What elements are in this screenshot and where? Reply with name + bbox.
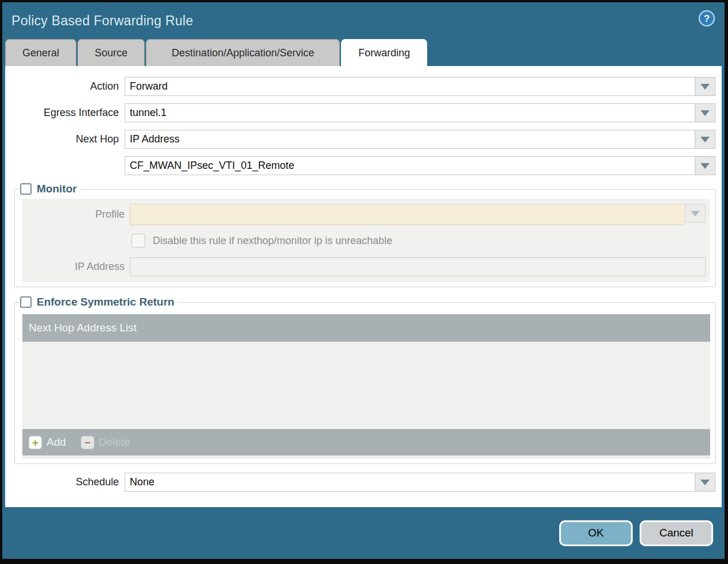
plus-icon: + bbox=[29, 436, 42, 449]
next-hop-row: Next Hop bbox=[5, 130, 722, 149]
egress-interface-label: Egress Interface bbox=[5, 107, 119, 119]
dialog-title: Policy Based Forwarding Rule bbox=[11, 13, 193, 29]
action-input[interactable] bbox=[125, 77, 695, 96]
disable-rule-label: Disable this rule if nexthop/monitor ip … bbox=[153, 235, 392, 247]
symmetric-return-fieldset: Enforce Symmetric Return Next Hop Addres… bbox=[14, 296, 716, 464]
tab-source[interactable]: Source bbox=[78, 39, 145, 66]
monitor-legend-label: Monitor bbox=[37, 183, 77, 195]
next-hop-label: Next Hop bbox=[5, 133, 119, 145]
minus-icon: − bbox=[81, 436, 94, 449]
monitor-ip-address-input bbox=[130, 257, 706, 276]
monitor-checkbox[interactable] bbox=[20, 183, 32, 195]
egress-interface-row: Egress Interface bbox=[5, 103, 722, 122]
monitor-section-panel: Profile Disable this rule if nexthop/mon… bbox=[22, 199, 710, 282]
help-icon: ? bbox=[698, 20, 715, 29]
schedule-input[interactable] bbox=[125, 473, 695, 492]
monitor-fieldset: Monitor Profile Disable this rule if nex… bbox=[14, 183, 716, 287]
symmetric-return-legend-label: Enforce Symmetric Return bbox=[37, 296, 175, 308]
add-button-label: Add bbox=[47, 436, 66, 449]
profile-input bbox=[130, 204, 685, 225]
next-hop-address-table-header: Next Hop Address List bbox=[22, 314, 710, 342]
delete-button-label: Delete bbox=[99, 436, 130, 449]
tab-general[interactable]: General bbox=[5, 39, 76, 66]
schedule-label: Schedule bbox=[5, 476, 119, 488]
next-hop-type-dropdown-button[interactable] bbox=[695, 130, 715, 149]
chevron-down-icon bbox=[700, 480, 710, 485]
tab-bar: General Source Destination/Application/S… bbox=[2, 39, 725, 66]
profile-row: Profile bbox=[22, 204, 708, 225]
next-hop-address-row bbox=[5, 156, 722, 175]
help-button[interactable]: ? bbox=[698, 10, 715, 27]
next-hop-address-dropdown-button[interactable] bbox=[695, 156, 715, 175]
schedule-row: Schedule bbox=[5, 473, 722, 492]
egress-interface-input[interactable] bbox=[125, 103, 695, 122]
dialog-footer: OK Cancel bbox=[2, 507, 725, 559]
ok-button[interactable]: OK bbox=[559, 520, 633, 546]
next-hop-address-table: Next Hop Address List + Add − Delete bbox=[22, 314, 710, 455]
chevron-down-icon bbox=[691, 211, 700, 217]
egress-interface-dropdown-button[interactable] bbox=[695, 103, 715, 122]
action-label: Action bbox=[5, 80, 119, 92]
symmetric-return-legend: Enforce Symmetric Return bbox=[19, 296, 178, 308]
delete-button: − Delete bbox=[81, 436, 130, 449]
chevron-down-icon bbox=[700, 163, 710, 169]
monitor-legend: Monitor bbox=[19, 183, 80, 195]
profile-dropdown-button bbox=[685, 204, 706, 223]
disable-rule-checkbox bbox=[131, 234, 145, 248]
table-bottom-strip bbox=[22, 455, 710, 459]
profile-label: Profile bbox=[22, 208, 125, 221]
policy-based-forwarding-dialog: Policy Based Forwarding Rule ? General S… bbox=[0, 0, 728, 564]
chevron-down-icon bbox=[700, 110, 710, 116]
tab-destination-application-service[interactable]: Destination/Application/Service bbox=[146, 39, 340, 66]
tab-forwarding[interactable]: Forwarding bbox=[341, 39, 427, 66]
svg-text:?: ? bbox=[704, 13, 710, 24]
chevron-down-icon bbox=[700, 137, 710, 142]
monitor-ip-address-row: IP Address bbox=[22, 257, 708, 276]
dialog-title-bar: Policy Based Forwarding Rule ? bbox=[2, 2, 725, 39]
monitor-ip-address-label: IP Address bbox=[22, 261, 125, 273]
next-hop-address-table-body[interactable] bbox=[22, 342, 710, 429]
symmetric-return-checkbox[interactable] bbox=[20, 296, 32, 308]
disable-rule-row: Disable this rule if nexthop/monitor ip … bbox=[131, 234, 708, 248]
add-button[interactable]: + Add bbox=[29, 436, 66, 449]
chevron-down-icon bbox=[700, 84, 710, 90]
next-hop-address-table-footer: + Add − Delete bbox=[22, 429, 710, 455]
schedule-dropdown-button[interactable] bbox=[695, 473, 715, 492]
cancel-button[interactable]: Cancel bbox=[640, 520, 713, 546]
action-dropdown-button[interactable] bbox=[695, 77, 715, 96]
forwarding-tab-panel: Action Egress Interface Next Hop bbox=[5, 66, 722, 507]
next-hop-address-input[interactable] bbox=[125, 156, 695, 175]
next-hop-type-input[interactable] bbox=[125, 130, 695, 149]
action-row: Action bbox=[5, 77, 722, 96]
